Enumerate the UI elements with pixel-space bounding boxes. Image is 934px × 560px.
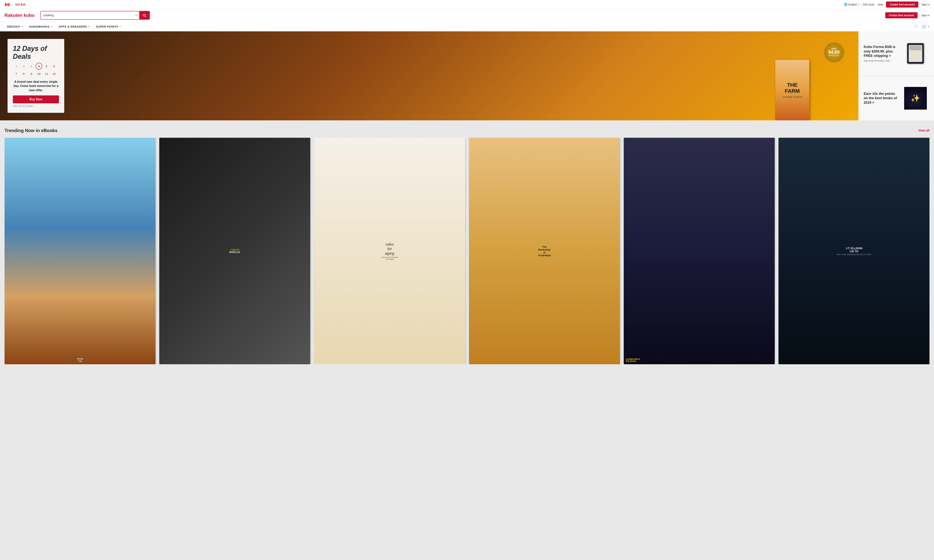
search-submit-button[interactable] bbox=[139, 11, 149, 19]
book-card-2[interactable]: LINWOOD BARCLAY bbox=[159, 138, 310, 364]
book-thumb-5: LUCINDA RILEYTHE ROYAL bbox=[624, 138, 775, 364]
create-account-button-header[interactable]: Create free account bbox=[885, 12, 917, 18]
nav-ebooks[interactable]: eBOOKS ▼ bbox=[5, 22, 26, 31]
book-cover-visual-1: FROMTHE bbox=[5, 138, 155, 364]
screen-line-1 bbox=[909, 46, 922, 46]
deals-title: 12 Days of Deals bbox=[13, 45, 59, 60]
ebooks-chevron-icon: ▼ bbox=[21, 26, 23, 28]
nav-apps-label: APPS & eREADERS bbox=[58, 25, 87, 28]
day-7: 7 bbox=[13, 70, 20, 77]
day-3: 3 bbox=[28, 63, 35, 69]
cart-wrapper[interactable]: 🛒 ▼ bbox=[922, 24, 929, 29]
book-visual: THE FARM JOANNE RAMOS bbox=[775, 60, 809, 120]
search-icon bbox=[142, 13, 146, 17]
trending-section: Trending Now in eBooks View all FROMTHE … bbox=[0, 120, 934, 368]
day-9: 9 bbox=[28, 70, 35, 77]
book-card-5[interactable]: LUCINDA RILEYTHE ROYAL bbox=[624, 138, 775, 364]
get-15-promo[interactable]: Get $15 bbox=[15, 3, 26, 6]
nav-audiobooks[interactable]: AUDIOBOOKS ▼ bbox=[26, 22, 55, 31]
book-thumb-1: FROMTHE bbox=[5, 138, 155, 364]
day-4: 4 bbox=[35, 63, 42, 69]
days-grid: 1 2 3 4 5 6 7 8 9 10 11 12 bbox=[13, 63, 59, 77]
price-badge: NOW $4.99 WAS $13.99 bbox=[825, 43, 843, 62]
search-bar: ✕ bbox=[40, 11, 150, 20]
banner-book-cover: THE FARM JOANNE RAMOS bbox=[775, 60, 809, 120]
header-actions: Create free account Sign in bbox=[885, 12, 929, 18]
globe-icon: 🌐 bbox=[844, 3, 848, 6]
book-author-banner: JOANNE RAMOS bbox=[782, 95, 802, 98]
screen-line-4 bbox=[909, 49, 922, 49]
book-cover-visual-4: TheBookshopofYesterdays bbox=[469, 138, 620, 364]
book-thumb-4: TheBookshopofYesterdays bbox=[469, 138, 620, 364]
day-2: 2 bbox=[20, 63, 27, 69]
book-title-2: BARCLAY bbox=[229, 251, 240, 254]
wishlist-icon[interactable]: ♡ bbox=[914, 24, 918, 29]
cart-icon: 🛒 bbox=[922, 24, 927, 29]
nav-right-actions: ♡ 🛒 ▼ bbox=[914, 24, 929, 29]
book-thumb-3: rulesforaging resist normal impulseslive… bbox=[314, 138, 465, 364]
side-banners: Kobo Forma 8GB is only $269.99, plus FRE… bbox=[859, 31, 934, 120]
book-card-4[interactable]: TheBookshopofYesterdays bbox=[469, 138, 620, 364]
nav-bar: eBOOKS ▼ AUDIOBOOKS ▼ APPS & eREADERS ▼ … bbox=[0, 22, 934, 31]
buy-now-button[interactable]: Buy Now bbox=[13, 95, 59, 103]
earn-points-banner[interactable]: Earn 10x the points on the best books of… bbox=[859, 76, 934, 120]
clear-search-button[interactable]: ✕ bbox=[133, 12, 139, 19]
main-header: Rakuten kobo ✕ Create free account Sign … bbox=[0, 9, 934, 22]
book-cover-visual-6: J.T. ELLISONLIE TO NEW YORK TIMES BESTSE… bbox=[779, 138, 929, 364]
book-card-1[interactable]: FROMTHE bbox=[5, 138, 155, 364]
top-bar-left: 🇨🇦 | Get $15 bbox=[5, 3, 26, 6]
book-thumb-2: LINWOOD BARCLAY bbox=[159, 138, 310, 364]
books-row: FROMTHE LINWOOD BARCLAY rulesforaging re… bbox=[5, 138, 929, 364]
superpoints-chevron-icon: ▼ bbox=[119, 26, 121, 28]
language-label: English bbox=[848, 3, 857, 6]
kobo-forma-banner[interactable]: Kobo Forma 8GB is only $269.99, plus FRE… bbox=[859, 31, 934, 76]
day-1: 1 bbox=[13, 63, 20, 69]
book-card-6[interactable]: J.T. ELLISONLIE TO NEW YORK TIMES BESTSE… bbox=[779, 138, 929, 364]
book-title-6: J.T. ELLISONLIE TO bbox=[846, 247, 862, 253]
create-account-button[interactable]: Create free account bbox=[886, 2, 918, 8]
nav-apps-ereaders[interactable]: APPS & eREADERS ▼ bbox=[56, 22, 92, 31]
view-all-link[interactable]: View all bbox=[919, 129, 929, 132]
top-bar: 🇨🇦 | Get $15 🌐 English ▼ Gift Cards Help… bbox=[0, 0, 934, 9]
sign-in-link-header[interactable]: Sign in bbox=[921, 14, 929, 17]
language-selector[interactable]: 🌐 English ▼ bbox=[844, 3, 860, 6]
banner-content-left: 12 Days of Deals 1 2 3 4 5 6 7 8 9 10 11… bbox=[8, 39, 64, 113]
kobo-forma-text: Kobo Forma 8GB is only $269.99, plus FRE… bbox=[864, 45, 899, 62]
sign-in-link[interactable]: Sign in bbox=[921, 3, 929, 6]
book-title-5: LUCINDA RILEYTHE ROYAL bbox=[626, 358, 640, 362]
nav-superpoints-label: SUPER POINTS bbox=[96, 25, 118, 28]
day-5: 5 bbox=[43, 63, 50, 69]
banner-description: A brand new deal every single day. Come … bbox=[13, 80, 59, 92]
book-subtitle-6: NEW YORK TIMES BESTSELLING AUTHOR bbox=[837, 254, 871, 255]
ereader-screen bbox=[909, 45, 922, 62]
screen-line-2 bbox=[909, 47, 922, 47]
earn-points-text: Earn 10x the points on the best books of… bbox=[864, 92, 899, 105]
nav-super-points[interactable]: SUPER POINTS ▼ bbox=[93, 22, 123, 31]
book-subtitle-3: resist normal impulseslive longer bbox=[381, 256, 398, 260]
logo[interactable]: Rakuten kobo bbox=[5, 13, 35, 18]
book-thumb-6: J.T. ELLISONLIE TO NEW YORK TIMES BESTSE… bbox=[779, 138, 929, 364]
nav-audiobooks-label: AUDIOBOOKS bbox=[29, 25, 49, 28]
kobo-forma-subtitle: Sale ends December 24th bbox=[864, 60, 899, 62]
price-was: WAS $13.99 bbox=[829, 54, 839, 57]
book-title-4: TheBookshopofYesterdays bbox=[538, 245, 551, 257]
day-10: 10 bbox=[35, 70, 42, 77]
ereader-device-icon bbox=[907, 43, 924, 64]
book-cover-visual-5: LUCINDA RILEYTHE ROYAL bbox=[624, 138, 775, 364]
book-cover-visual-3: rulesforaging resist normal impulseslive… bbox=[314, 138, 465, 364]
nav-ebooks-label: eBOOKS bbox=[7, 25, 20, 28]
book-cover-visual-2: LINWOOD BARCLAY bbox=[159, 138, 310, 364]
book-title-3: rulesforaging bbox=[385, 242, 394, 255]
apps-chevron-icon: ▼ bbox=[88, 26, 90, 28]
cart-chevron-icon: ▼ bbox=[928, 26, 929, 28]
chevron-down-icon: ▼ bbox=[858, 3, 860, 6]
help-link[interactable]: Help bbox=[878, 3, 883, 6]
search-input[interactable] bbox=[41, 12, 133, 19]
book-title-1: FROMTHE bbox=[77, 358, 83, 362]
screen-line-3 bbox=[909, 48, 922, 48]
earn-points-title: Earn 10x the points on the best books of… bbox=[864, 92, 899, 105]
book-card-3[interactable]: rulesforaging resist normal impulseslive… bbox=[314, 138, 465, 364]
main-promo-banner[interactable]: 12 Days of Deals 1 2 3 4 5 6 7 8 9 10 11… bbox=[0, 31, 859, 120]
gift-cards-link[interactable]: Gift Cards bbox=[863, 3, 875, 6]
day-11: 11 bbox=[43, 70, 50, 77]
